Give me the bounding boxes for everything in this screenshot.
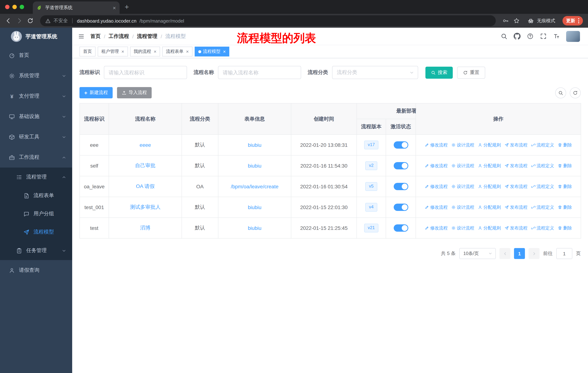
forward-icon[interactable] [16, 18, 23, 24]
back-icon[interactable] [5, 18, 12, 24]
model-name-link[interactable]: OA 请假 [136, 183, 155, 189]
op-assign-link[interactable]: 分配规则 [478, 183, 501, 190]
op-publish-link[interactable]: 发布流程 [504, 225, 527, 231]
active-toggle[interactable] [394, 183, 408, 190]
op-definition-link[interactable]: 流程定义 [531, 204, 554, 210]
sidebar-item-process-mgmt[interactable]: 流程管理 [0, 168, 72, 186]
prev-page-button[interactable] [499, 248, 510, 259]
import-process-button[interactable]: 导入流程 [117, 87, 152, 98]
active-toggle[interactable] [394, 141, 408, 149]
address-bar[interactable]: 不安全 dashboard.yudao.iocoder.cn/bpm/manag… [40, 15, 496, 26]
create-process-button[interactable]: 新建流程 [79, 87, 113, 98]
goto-page-input[interactable] [556, 248, 572, 259]
sidebar-item-devtools[interactable]: 研发工具 [0, 127, 72, 147]
op-edit-link[interactable]: 修改流程 [425, 204, 448, 210]
form-link[interactable]: biubiu [248, 225, 262, 231]
op-delete-link[interactable]: 删除 [558, 142, 572, 148]
active-toggle[interactable] [394, 204, 408, 211]
help-icon[interactable] [527, 33, 534, 40]
op-assign-link[interactable]: 分配规则 [478, 225, 501, 231]
op-edit-link[interactable]: 修改流程 [425, 225, 448, 231]
tag-close-icon[interactable] [186, 49, 189, 54]
op-edit-link[interactable]: 修改流程 [425, 142, 448, 148]
op-definition-link[interactable]: 流程定义 [531, 163, 554, 169]
op-edit-link[interactable]: 修改流程 [425, 183, 448, 190]
sidebar-item-task-mgmt[interactable]: 任务管理 [0, 241, 72, 260]
tag-tenant[interactable]: 租户管理 [98, 47, 128, 56]
active-toggle[interactable] [394, 162, 408, 169]
tag-close-icon[interactable] [223, 49, 226, 54]
model-name-link[interactable]: eeee [140, 142, 151, 148]
op-definition-link[interactable]: 流程定义 [531, 183, 554, 190]
sidebar-item-process-form[interactable]: 流程表单 [0, 186, 72, 205]
op-definition-link[interactable]: 流程定义 [531, 142, 554, 148]
op-publish-link[interactable]: 发布流程 [504, 142, 527, 148]
search-button[interactable]: 搜索 [425, 67, 453, 79]
tag-close-icon[interactable] [154, 49, 156, 54]
op-delete-link[interactable]: 删除 [558, 163, 572, 169]
browser-tab[interactable]: 芋道管理系统 [33, 1, 120, 14]
refresh-table-button[interactable] [570, 87, 581, 98]
avatar[interactable] [566, 31, 580, 42]
page-size-select[interactable]: 10条/页 [459, 248, 496, 259]
sidebar-collapse-icon[interactable] [78, 33, 84, 40]
filter-name-input[interactable] [218, 66, 301, 79]
op-design-link[interactable]: 设计流程 [451, 204, 474, 210]
window-close-button[interactable] [5, 5, 10, 9]
form-link[interactable]: biubiu [248, 204, 262, 210]
window-minimize-button[interactable] [12, 5, 17, 9]
browser-update-menu-button[interactable]: 更新 [562, 16, 583, 26]
toggle-search-button[interactable] [555, 87, 566, 98]
op-definition-link[interactable]: 流程定义 [531, 225, 554, 231]
tab-close-icon[interactable] [113, 5, 116, 10]
font-size-icon[interactable] [553, 33, 560, 40]
new-tab-button[interactable] [125, 3, 129, 11]
fullscreen-icon[interactable] [540, 33, 547, 40]
filter-key-input[interactable] [104, 66, 187, 79]
op-publish-link[interactable]: 发布流程 [504, 183, 527, 190]
window-zoom-button[interactable] [20, 5, 24, 9]
filter-category-select[interactable]: 流程分类 [332, 66, 418, 79]
sidebar-item-infra[interactable]: 基础设施 [0, 106, 72, 127]
model-name-link[interactable]: 测试多审批人 [130, 204, 161, 210]
next-page-button[interactable] [529, 248, 539, 259]
sidebar-logo[interactable]: 芋道管理系统 [0, 28, 72, 45]
sidebar-item-leave-query[interactable]: 请假查询 [0, 260, 72, 281]
breadcrumb-home[interactable]: 首页 [90, 33, 101, 40]
form-link[interactable]: biubiu [248, 163, 262, 169]
github-icon[interactable] [514, 33, 521, 40]
sidebar-item-workflow[interactable]: 工作流程 [0, 147, 72, 168]
password-key-icon[interactable] [502, 18, 509, 24]
model-name-link[interactable]: 滔博 [140, 225, 150, 231]
op-design-link[interactable]: 设计流程 [451, 225, 474, 231]
op-assign-link[interactable]: 分配规则 [478, 142, 501, 148]
form-link[interactable]: biubiu [248, 142, 262, 148]
sidebar-item-process-model[interactable]: 流程模型 [0, 223, 72, 241]
op-design-link[interactable]: 设计流程 [451, 142, 474, 148]
security-warning-icon[interactable] [45, 18, 51, 23]
sidebar-item-user-group[interactable]: 用户分组 [0, 205, 72, 223]
sidebar-item-system[interactable]: 系统管理 [0, 66, 72, 86]
sidebar-item-payment[interactable]: 支付管理 [0, 86, 72, 106]
form-link[interactable]: /bpm/oa/leave/create [231, 184, 279, 189]
op-design-link[interactable]: 设计流程 [451, 183, 474, 190]
current-page-button[interactable]: 1 [514, 248, 525, 259]
model-name-link[interactable]: 自己审批 [135, 162, 156, 168]
tag-process-form[interactable]: 流程表单 [162, 47, 192, 56]
op-delete-link[interactable]: 删除 [558, 183, 572, 190]
reset-button[interactable]: 重置 [457, 67, 485, 79]
op-publish-link[interactable]: 发布流程 [504, 163, 527, 169]
op-delete-link[interactable]: 删除 [558, 204, 572, 210]
tag-close-icon[interactable] [121, 49, 124, 54]
tag-process-model[interactable]: 流程模型 [195, 47, 230, 56]
op-assign-link[interactable]: 分配规则 [478, 163, 501, 169]
op-assign-link[interactable]: 分配规则 [478, 204, 501, 210]
bookmark-star-icon[interactable] [513, 18, 520, 24]
reload-icon[interactable] [27, 18, 33, 24]
tag-home[interactable]: 首页 [79, 47, 95, 56]
breadcrumb-process-mgmt[interactable]: 流程管理 [137, 33, 158, 40]
op-publish-link[interactable]: 发布流程 [504, 204, 527, 210]
sidebar-item-home[interactable]: 首页 [0, 45, 72, 66]
op-delete-link[interactable]: 删除 [558, 225, 572, 231]
breadcrumb-workflow[interactable]: 工作流程 [109, 33, 129, 40]
